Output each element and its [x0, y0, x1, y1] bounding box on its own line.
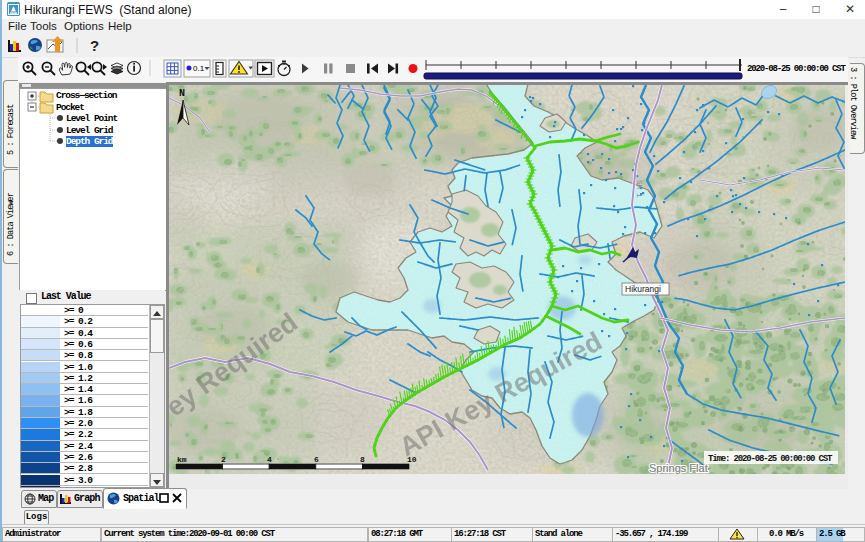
svg-text:N: N [179, 88, 185, 99]
svg-text:?: ? [90, 37, 99, 54]
svg-text:6: 6 [314, 455, 319, 464]
svg-text:SH 1: SH 1 [635, 180, 644, 198]
svg-text:8: 8 [360, 455, 365, 464]
svg-text:4: 4 [267, 455, 272, 464]
svg-text:0.1: 0.1 [193, 64, 205, 73]
svg-text:Hikurangi: Hikurangi [625, 284, 661, 294]
svg-text:Springs Flat: Springs Flat [649, 462, 708, 474]
svg-text:km: km [177, 455, 187, 464]
svg-text:Time: 2020-08-25 00:00:00 CST: Time: 2020-08-25 00:00:00 CST [708, 454, 833, 464]
svg-text:2: 2 [221, 455, 226, 464]
